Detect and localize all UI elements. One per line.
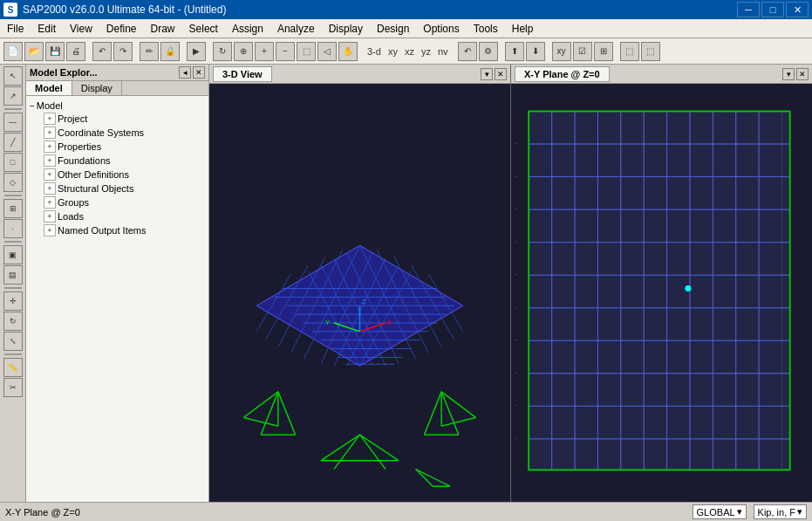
units-label: Kip, in, F <box>758 507 795 518</box>
menu-analyze[interactable]: Analyze <box>270 19 322 38</box>
explorer-tab-model[interactable]: Model <box>26 81 72 95</box>
tree-item-loads[interactable]: + Loads <box>44 209 205 223</box>
menu-options[interactable]: Options <box>416 19 466 38</box>
view-xy-float[interactable]: ▾ <box>782 68 795 80</box>
toolbar-redo[interactable]: ↷ <box>113 42 133 61</box>
lt-select[interactable]: ↖ <box>3 66 23 86</box>
expand-properties[interactable]: + <box>44 141 56 153</box>
toolbar-undo[interactable]: ↶ <box>92 42 112 61</box>
expand-project[interactable]: + <box>44 113 56 125</box>
toolbar-undo2[interactable]: ↶ <box>458 42 477 61</box>
minimize-button[interactable]: ─ <box>737 2 760 17</box>
lt-grid[interactable]: ⊞ <box>3 199 23 218</box>
toolbar-yz-label[interactable]: yz <box>419 46 433 57</box>
toolbar-zoom-in[interactable]: + <box>255 42 274 61</box>
menu-tools[interactable]: Tools <box>467 19 505 38</box>
lt-move[interactable]: ✛ <box>3 291 23 311</box>
toolbar-zoom-window[interactable]: ⬚ <box>297 42 316 61</box>
tree-item-foundations[interactable]: + Foundations <box>44 154 205 168</box>
title-bar-left: S SAP2000 v26.0.0 Ultimate 64-bit - (Unt… <box>3 3 226 17</box>
lt-select2[interactable]: ▣ <box>3 245 23 264</box>
menu-display[interactable]: Display <box>322 19 370 38</box>
toolbar-snap[interactable]: ⚙ <box>479 42 498 61</box>
menu-define[interactable]: Define <box>99 19 144 38</box>
toolbar-new[interactable]: 📄 <box>3 42 23 61</box>
toolbar-grid[interactable]: ⊞ <box>594 42 613 61</box>
expand-structural[interactable]: + <box>44 182 56 195</box>
toolbar-xz-label[interactable]: xz <box>402 46 417 57</box>
toolbar-zoom-prev[interactable]: ◁ <box>317 42 337 61</box>
view-3d-canvas[interactable]: X Y Z <box>209 84 510 502</box>
toolbar-zoom-fit[interactable]: ⊕ <box>234 42 253 61</box>
maximize-button[interactable]: □ <box>761 2 784 17</box>
lt-draw4[interactable]: ◇ <box>3 173 23 192</box>
menu-view[interactable]: View <box>63 19 99 38</box>
menu-draw[interactable]: Draw <box>144 19 182 38</box>
tree-item-groups[interactable]: + Groups <box>44 195 205 209</box>
expand-namedoutput[interactable]: + <box>44 224 56 237</box>
menu-file[interactable]: File <box>0 19 31 38</box>
view-xy-canvas[interactable]: · · · · · · · · · · <box>511 84 812 502</box>
expand-foundations[interactable]: + <box>44 154 56 167</box>
toolbar-zoom-out[interactable]: − <box>276 42 295 61</box>
units-dropdown[interactable]: Kip, in, F ▾ <box>754 504 807 519</box>
lt-rotate[interactable]: ↻ <box>3 312 23 331</box>
view-3d-float[interactable]: ▾ <box>481 68 493 80</box>
svg-text:·: · <box>515 174 516 181</box>
view-3d-close[interactable]: ✕ <box>495 68 507 80</box>
toolbar-open[interactable]: 📂 <box>24 42 44 61</box>
lt-pointer[interactable]: ↗ <box>3 86 23 106</box>
lt-draw1[interactable]: — <box>3 113 23 132</box>
svg-point-100 <box>686 285 691 291</box>
toolbar-print[interactable]: 🖨 <box>66 42 85 61</box>
lt-draw2[interactable]: ╱ <box>3 133 23 152</box>
coord-system-dropdown[interactable]: GLOBAL ▾ <box>693 504 747 519</box>
view-xy-tab[interactable]: X-Y Plane @ Z=0 <box>515 66 610 82</box>
lt-frame[interactable]: ▤ <box>3 265 23 284</box>
toolbar-refresh[interactable]: ↻ <box>213 42 232 61</box>
expand-coord[interactable]: + <box>44 127 56 139</box>
toolbar-3d-label[interactable]: 3-d <box>365 46 384 57</box>
close-button[interactable]: ✕ <box>786 2 809 17</box>
explorer-close-btn[interactable]: ✕ <box>193 66 205 79</box>
expand-otherdefs[interactable]: + <box>44 168 56 181</box>
toolbar-more1[interactable]: ⬚ <box>620 42 639 61</box>
toolbar-down[interactable]: ⬇ <box>526 42 545 61</box>
toolbar-pan[interactable]: ✋ <box>338 42 358 61</box>
explorer-tab-display[interactable]: Display <box>72 81 122 95</box>
menu-assign[interactable]: Assign <box>225 19 270 38</box>
toolbar-lock[interactable]: 🔒 <box>160 42 180 61</box>
tree-item-coord[interactable]: + Coordinate Systems <box>44 126 205 140</box>
toolbar-more2[interactable]: ⬚ <box>641 42 660 61</box>
tree-item-project[interactable]: + Project <box>44 112 205 126</box>
menu-select[interactable]: Select <box>182 19 225 38</box>
toolbar-save[interactable]: 💾 <box>45 42 65 61</box>
toolbar-run[interactable]: ▶ <box>187 42 206 61</box>
lt-draw3[interactable]: □ <box>3 153 23 172</box>
lt-scale[interactable]: ⤡ <box>3 332 23 351</box>
lt-node[interactable]: · <box>3 219 23 238</box>
toolbar-xy-label[interactable]: xy <box>386 46 400 57</box>
menu-help[interactable]: Help <box>505 19 541 38</box>
menu-design[interactable]: Design <box>370 19 416 38</box>
tree-item-properties[interactable]: + Properties <box>44 140 205 154</box>
menu-edit[interactable]: Edit <box>31 19 63 38</box>
lt-section[interactable]: ✂ <box>3 378 23 397</box>
tree-item-structural[interactable]: + Structural Objects <box>44 182 205 195</box>
tree-item-namedoutput[interactable]: + Named Output Items <box>44 223 205 237</box>
view-3d-tab[interactable]: 3-D View <box>213 66 272 82</box>
view-xy-close[interactable]: ✕ <box>796 68 809 80</box>
toolbar-check[interactable]: ☑ <box>573 42 592 61</box>
explorer-float-btn[interactable]: ◂ <box>179 66 191 79</box>
toolbar-pencil[interactable]: ✏ <box>140 42 159 61</box>
toolbar-up[interactable]: ⬆ <box>505 42 524 61</box>
svg-text:Z: Z <box>361 298 365 305</box>
tree-item-model[interactable]: − Model <box>30 99 205 112</box>
expand-groups[interactable]: + <box>44 196 56 209</box>
expand-loads[interactable]: + <box>44 210 56 223</box>
tree-item-otherdefs[interactable]: + Other Definitions <box>44 168 205 182</box>
toolbar-xy2[interactable]: xy <box>552 42 571 61</box>
lt-measure[interactable]: 📏 <box>3 358 23 377</box>
toolbar-nv-label[interactable]: nv <box>435 46 451 57</box>
explorer-tabs: Model Display <box>26 81 208 96</box>
